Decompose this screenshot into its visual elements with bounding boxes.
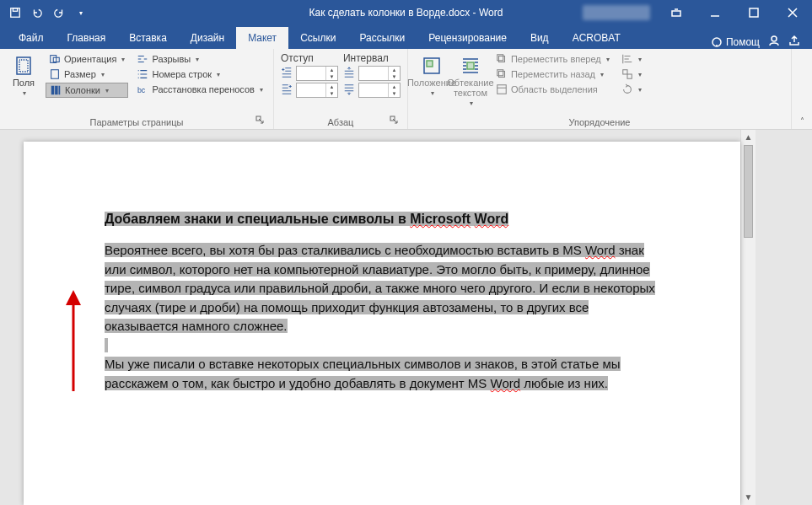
paragraph-launcher[interactable] bbox=[389, 116, 399, 126]
tab-acrobat[interactable]: ACROBAT bbox=[561, 27, 632, 49]
indent-left-icon bbox=[281, 67, 293, 81]
svg-rect-19 bbox=[467, 62, 474, 69]
position-button[interactable]: Положение▾ bbox=[415, 52, 449, 116]
indent-right-spinner[interactable]: ▲▼ bbox=[296, 83, 338, 98]
svg-rect-24 bbox=[497, 85, 507, 94]
ribbon-tabs: Файл Главная Вставка Дизайн Макет Ссылки… bbox=[0, 25, 812, 49]
spacing-label: Интервал bbox=[343, 52, 401, 64]
tab-layout[interactable]: Макет bbox=[236, 27, 288, 49]
svg-rect-23 bbox=[498, 72, 504, 78]
spacing-after-spinner[interactable]: ▲▼ bbox=[358, 83, 401, 98]
rotate-button[interactable]: ▾ bbox=[618, 83, 645, 96]
minimize-button[interactable] bbox=[696, 0, 734, 25]
indent-right-icon bbox=[281, 83, 293, 98]
document-page[interactable]: Добавляем знаки и специальные символы в … bbox=[24, 142, 740, 505]
page-setup-launcher[interactable] bbox=[255, 116, 265, 126]
titlebar: ▾ Как сделать колонки в Ворде.docx - Wor… bbox=[0, 0, 812, 25]
collapse-ribbon-button[interactable]: ˄ bbox=[800, 116, 804, 126]
svg-rect-10 bbox=[51, 70, 59, 79]
svg-rect-20 bbox=[498, 56, 504, 62]
indent-left-spinner[interactable]: ▲▼ bbox=[296, 66, 338, 81]
group-page-setup: Поля ▾ Ориентация▾ Размер▾ Колонки▾ Разр… bbox=[0, 49, 274, 129]
scroll-up-arrow[interactable]: ▲ bbox=[741, 130, 756, 145]
columns-button[interactable]: Колонки▾ bbox=[46, 83, 128, 98]
align-button[interactable]: ▾ bbox=[618, 52, 645, 66]
svg-point-5 bbox=[772, 36, 777, 41]
svg-rect-25 bbox=[622, 70, 626, 74]
size-button[interactable]: Размер▾ bbox=[46, 67, 128, 81]
svg-text:bc: bc bbox=[137, 86, 146, 94]
svg-rect-2 bbox=[672, 11, 680, 16]
group-arrange: Положение▾ Обтекание текстом▾ Переместит… bbox=[408, 49, 792, 129]
tab-file[interactable]: Файл bbox=[7, 27, 56, 49]
svg-rect-12 bbox=[55, 86, 58, 95]
spacing-after-icon bbox=[343, 83, 355, 98]
svg-rect-26 bbox=[627, 74, 632, 78]
doc-paragraph-spacer[interactable] bbox=[105, 336, 659, 356]
maximize-button[interactable] bbox=[734, 0, 773, 25]
send-backward-button[interactable]: Переместить назад▾ bbox=[492, 67, 613, 81]
indent-label: Отступ bbox=[281, 52, 338, 64]
svg-rect-22 bbox=[497, 70, 503, 76]
tab-review[interactable]: Рецензирование bbox=[417, 27, 519, 49]
account-icon[interactable] bbox=[768, 35, 780, 49]
tell-me[interactable]: Помощ bbox=[711, 36, 760, 48]
svg-rect-11 bbox=[51, 86, 55, 95]
save-button[interactable] bbox=[5, 3, 25, 23]
tab-home[interactable]: Главная bbox=[56, 27, 118, 49]
group-page-setup-label: Параметры страницы bbox=[90, 117, 184, 127]
group-arrange-label: Упорядочение bbox=[568, 117, 630, 127]
margins-button[interactable]: Поля ▾ bbox=[7, 52, 40, 116]
tab-mailings[interactable]: Рассылки bbox=[347, 27, 417, 49]
svg-rect-3 bbox=[750, 8, 758, 17]
doc-heading[interactable]: Добавляем знаки и специальные символы в … bbox=[105, 209, 659, 229]
svg-rect-21 bbox=[497, 55, 503, 61]
tab-insert[interactable]: Вставка bbox=[117, 27, 179, 49]
doc-paragraph-1[interactable]: Вероятнее всего, вы хотя бы раз сталкива… bbox=[105, 241, 659, 336]
document-area: Добавляем знаки и специальные символы в … bbox=[0, 130, 812, 505]
tab-view[interactable]: Вид bbox=[519, 27, 561, 49]
spacing-before-spinner[interactable]: ▲▼ bbox=[358, 66, 401, 81]
selection-pane-button[interactable]: Область выделения bbox=[492, 83, 613, 96]
svg-rect-13 bbox=[59, 86, 61, 95]
ribbon-options-button[interactable] bbox=[657, 0, 696, 25]
svg-rect-18 bbox=[427, 61, 433, 67]
hyphenation-button[interactable]: bcРасстановка переносов▾ bbox=[133, 83, 266, 96]
scroll-down-arrow[interactable]: ▼ bbox=[741, 490, 756, 505]
account-name[interactable] bbox=[583, 5, 650, 20]
scroll-track[interactable] bbox=[741, 145, 756, 490]
share-icon[interactable] bbox=[788, 35, 800, 49]
breaks-button[interactable]: Разрывы▾ bbox=[133, 52, 266, 66]
doc-paragraph-2[interactable]: Мы уже писали о вставке некоторых специа… bbox=[105, 355, 659, 393]
group-objects-button[interactable]: ▾ bbox=[618, 67, 645, 81]
svg-rect-0 bbox=[11, 8, 20, 18]
svg-rect-1 bbox=[13, 8, 17, 12]
wrap-text-button[interactable]: Обтекание текстом▾ bbox=[454, 52, 487, 116]
scroll-thumb[interactable] bbox=[744, 145, 753, 238]
close-button[interactable] bbox=[773, 0, 812, 25]
spacing-before-icon bbox=[343, 67, 355, 81]
svg-rect-7 bbox=[19, 60, 28, 72]
bring-forward-button[interactable]: Переместить вперед▾ bbox=[492, 52, 613, 66]
line-numbers-button[interactable]: Номера строк▾ bbox=[133, 67, 266, 81]
ribbon-panel: Поля ▾ Ориентация▾ Размер▾ Колонки▾ Разр… bbox=[0, 49, 812, 130]
tab-design[interactable]: Дизайн bbox=[179, 27, 236, 49]
redo-button[interactable] bbox=[49, 3, 69, 23]
qat-dropdown[interactable]: ▾ bbox=[71, 3, 91, 23]
vertical-scrollbar[interactable]: ▲ ▼ bbox=[740, 130, 756, 505]
quick-access-toolbar: ▾ bbox=[0, 3, 91, 23]
tab-references[interactable]: Ссылки bbox=[288, 27, 347, 49]
group-paragraph-label: Абзац bbox=[328, 117, 354, 127]
undo-button[interactable] bbox=[27, 3, 47, 23]
group-paragraph: Отступ ▲▼ ▲▼ Интервал ▲▼ ▲▼ bbox=[274, 49, 408, 129]
orientation-button[interactable]: Ориентация▾ bbox=[46, 52, 128, 66]
